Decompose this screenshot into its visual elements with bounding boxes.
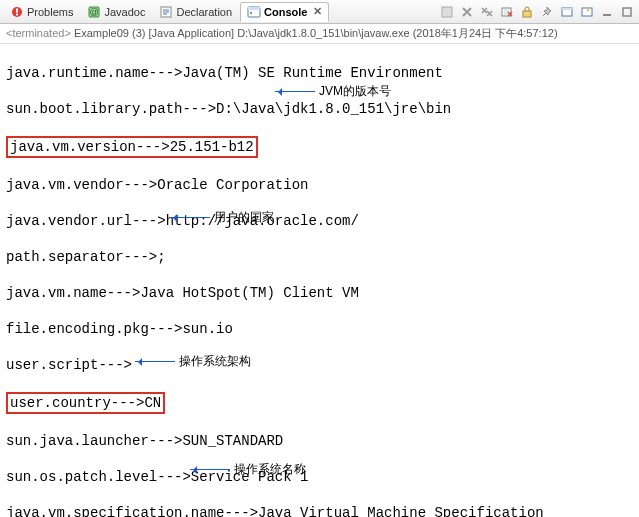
- output-line: java.vendor.url--->http://java.oracle.co…: [6, 212, 633, 230]
- output-line: java.vm.name--->Java HotSpot(TM) Client …: [6, 284, 633, 302]
- remove-launch-button[interactable]: [459, 4, 475, 20]
- open-console-button[interactable]: [579, 4, 595, 20]
- view-tabbar: Problems @ Javadoc Declaration Console ✕: [0, 0, 639, 24]
- annotation-user-country: 用户的国家: [170, 208, 274, 226]
- output-line: path.separator--->;: [6, 248, 633, 266]
- annotation-text: JVM的版本号: [319, 82, 391, 100]
- arrow-left-icon: [190, 469, 230, 470]
- svg-rect-7: [248, 7, 260, 10]
- output-line: java.runtime.name--->Java(TM) SE Runtime…: [6, 64, 633, 82]
- toolbar-actions: [439, 4, 635, 20]
- svg-rect-15: [623, 8, 631, 16]
- output-line: sun.os.patch.level--->Service Pack 1: [6, 468, 633, 486]
- output-line: sun.boot.library.path--->D:\Java\jdk1.8.…: [6, 100, 633, 118]
- output-line: user.country--->CN: [6, 392, 633, 414]
- annotation-os-name: 操作系统名称: [190, 460, 306, 478]
- highlight-jvm-version: java.vm.version--->25.151-b12: [6, 136, 258, 158]
- tab-label: Declaration: [176, 6, 232, 18]
- display-console-button[interactable]: [559, 4, 575, 20]
- tab-console[interactable]: Console ✕: [240, 2, 328, 22]
- output-line: file.encoding.pkg--->sun.io: [6, 320, 633, 338]
- tab-declaration[interactable]: Declaration: [153, 3, 238, 21]
- svg-rect-12: [562, 8, 572, 10]
- svg-rect-10: [523, 11, 531, 17]
- launch-header: <terminated> Example09 (3) [Java Applica…: [0, 24, 639, 44]
- close-icon[interactable]: ✕: [313, 5, 322, 18]
- svg-rect-2: [16, 13, 18, 15]
- maximize-button[interactable]: [619, 4, 635, 20]
- svg-text:@: @: [90, 7, 99, 17]
- svg-rect-1: [16, 8, 18, 12]
- scroll-lock-button[interactable]: [519, 4, 535, 20]
- tab-problems[interactable]: Problems: [4, 3, 79, 21]
- clear-console-button[interactable]: [499, 4, 515, 20]
- launch-description: Example09 (3) [Java Application] D:\Java…: [74, 27, 558, 39]
- pin-console-button[interactable]: [539, 4, 555, 20]
- tab-label: Javadoc: [104, 6, 145, 18]
- annotation-text: 操作系统名称: [234, 460, 306, 478]
- output-line: java.vm.specification.name--->Java Virtu…: [6, 504, 633, 517]
- view-tabs: Problems @ Javadoc Declaration Console ✕: [4, 2, 439, 22]
- remove-all-button[interactable]: [479, 4, 495, 20]
- arrow-left-icon: [135, 361, 175, 362]
- svg-rect-8: [442, 7, 452, 17]
- problems-icon: [10, 5, 24, 19]
- tab-javadoc[interactable]: @ Javadoc: [81, 3, 151, 21]
- output-line: user.script--->: [6, 356, 633, 374]
- console-output: java.runtime.name--->Java(TM) SE Runtime…: [0, 44, 639, 517]
- arrow-left-icon: [170, 217, 210, 218]
- javadoc-icon: @: [87, 5, 101, 19]
- annotation-os-arch: 操作系统架构: [135, 352, 251, 370]
- tab-label: Console: [264, 6, 307, 18]
- annotation-text: 操作系统架构: [179, 352, 251, 370]
- annotation-text: 用户的国家: [214, 208, 274, 226]
- terminate-button[interactable]: [439, 4, 455, 20]
- terminated-label: <terminated>: [6, 27, 71, 39]
- tab-label: Problems: [27, 6, 73, 18]
- output-line: java.vm.version--->25.151-b12: [6, 136, 633, 158]
- output-line: sun.java.launcher--->SUN_STANDARD: [6, 432, 633, 450]
- annotation-jvm-version: JVM的版本号: [275, 82, 391, 100]
- highlight-user-country: user.country--->CN: [6, 392, 165, 414]
- arrow-left-icon: [275, 91, 315, 92]
- output-line: java.vm.vendor--->Oracle Corporation: [6, 176, 633, 194]
- minimize-button[interactable]: [599, 4, 615, 20]
- console-icon: [247, 5, 261, 19]
- declaration-icon: [159, 5, 173, 19]
- svg-rect-14: [603, 14, 611, 16]
